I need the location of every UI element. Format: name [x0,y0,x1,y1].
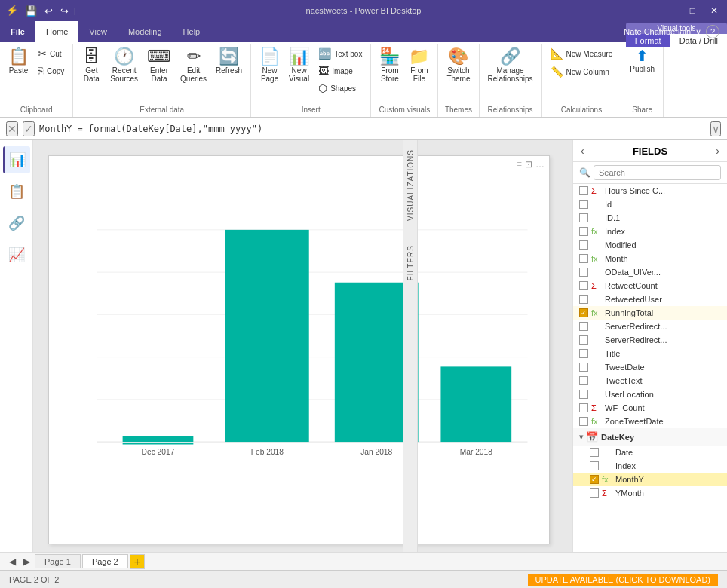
fields-panel-forward-button[interactable]: › [716,145,719,157]
formula-cancel-button[interactable]: ✕ [6,121,18,136]
recent-sources-button[interactable]: 🕐 Recent Sources [106,45,142,86]
field-tweet-date-checkbox[interactable] [579,363,588,372]
from-store-button[interactable]: 🏪 From Store [376,45,403,86]
restore-button[interactable]: □ [687,5,698,16]
field-date[interactable]: Date [573,446,727,459]
field-odata[interactable]: OData_UIVer... [573,265,727,279]
from-file-button[interactable]: 📁 From File [405,45,433,86]
tab-home[interactable]: Home [35,21,78,42]
page-tab-1[interactable]: Page 1 [35,554,81,568]
field-server-redirect2[interactable]: ServerRedirect... [573,333,727,347]
formula-expand-button[interactable]: ∨ [710,121,721,136]
close-button[interactable]: ✕ [707,5,721,16]
field-user-location-checkbox[interactable] [579,390,588,399]
tab-file[interactable]: File [0,21,35,42]
tab-modeling[interactable]: Modeling [118,21,173,42]
field-datekey-index-checkbox[interactable] [590,461,599,470]
minimize-button[interactable]: ─ [665,5,678,16]
page-prev-button[interactable]: ◀ [6,556,19,567]
field-title[interactable]: Title [573,347,727,360]
tab-help[interactable]: Help [173,21,211,42]
field-tweet-date[interactable]: TweetDate [573,360,727,374]
field-retweet-count-checkbox[interactable] [579,281,588,290]
field-user-location[interactable]: UserLocation [573,387,727,401]
manage-relationships-button[interactable]: 🔗 Manage Relationships [484,45,537,86]
datekey-group-header[interactable]: ▾ 📅 DateKey [573,428,727,446]
field-tweet-text[interactable]: TweetText [573,374,727,387]
field-modified-checkbox[interactable] [579,240,588,250]
refresh-button[interactable]: 🔄 Refresh [212,45,246,78]
page-tab-2[interactable]: Page 2 [82,554,128,568]
formula-input[interactable] [39,124,706,134]
get-data-button[interactable]: 🗄 Get Data [78,45,105,86]
field-odata-checkbox[interactable] [579,268,588,277]
field-title-checkbox[interactable] [579,349,588,358]
undo-button[interactable]: ↩ [42,5,55,17]
field-datekey-index[interactable]: Index [573,459,727,473]
edit-queries-button[interactable]: ✏ Edit Queries [176,45,210,86]
bar-mar-2018[interactable] [440,366,511,442]
copy-button[interactable]: ⎘ Copy [34,63,68,79]
new-measure-button[interactable]: 📐 New Measure [547,45,617,62]
page-next-button[interactable]: ▶ [20,556,33,567]
field-monthy[interactable]: ✓ fx MonthY [573,473,727,486]
chart-resize-button[interactable]: ⊡ [525,159,532,170]
field-id[interactable]: Id [573,198,727,211]
field-index-checkbox[interactable] [579,227,588,236]
field-zone-tweet-date-checkbox[interactable] [579,417,588,426]
field-hours-since-checkbox[interactable] [579,186,588,195]
bar-dec-2017[interactable] [123,436,194,442]
field-server-redirect1-checkbox[interactable] [579,322,588,331]
cut-button[interactable]: ✂ Cut [34,45,68,62]
paste-button[interactable]: 📋 Paste [5,45,32,78]
field-server-redirect1[interactable]: ServerRedirect... [573,320,727,333]
field-hours-since[interactable]: Σ Hours Since C... [573,184,727,198]
enter-data-button[interactable]: ⌨ Enter Data [143,45,175,86]
fields-panel-back-button[interactable]: ‹ [581,145,584,157]
field-id1[interactable]: ID.1 [573,211,727,225]
search-input[interactable] [594,165,721,180]
field-index[interactable]: fx Index [573,225,727,238]
field-server-redirect2-checkbox[interactable] [579,335,588,345]
field-id-checkbox[interactable] [579,200,588,209]
field-monthy-checkbox[interactable]: ✓ [590,475,599,484]
field-ymonth-checkbox[interactable] [590,488,599,498]
field-running-total[interactable]: ✓ fx RunningTotal [573,306,727,320]
chart-more-button[interactable]: … [535,159,544,170]
left-icon-analytics[interactable]: 📈 [3,241,30,268]
visualizations-tab[interactable]: VISUALIZATIONS [405,140,416,230]
user-chevron[interactable]: ∨ [695,27,701,37]
filters-tab[interactable]: FILTERS [405,236,416,289]
publish-button[interactable]: ⬆ Publish [626,45,658,76]
field-retweet-count[interactable]: Σ RetweetCount [573,279,727,292]
help-button[interactable]: ? [706,25,719,38]
formula-confirm-button[interactable]: ✓ [23,121,35,136]
field-zone-tweet-date[interactable]: fx ZoneTweetDate [573,415,727,428]
new-visual-button[interactable]: 📊 New Visual [285,45,313,86]
field-wf-count-checkbox[interactable] [579,403,588,412]
new-column-button[interactable]: 📏 New Column [547,63,613,80]
field-modified[interactable]: Modified [573,238,727,252]
left-icon-relationships[interactable]: 🔗 [3,210,30,237]
bar-feb-2018[interactable] [225,230,309,442]
field-id1-checkbox[interactable] [579,213,588,222]
image-button[interactable]: 🖼 Image [314,63,366,79]
field-month-checkbox[interactable] [579,254,588,263]
field-retweeted-user-checkbox[interactable] [579,295,588,304]
shapes-button[interactable]: ⬡ Shapes [314,80,366,96]
field-month[interactable]: fx Month [573,252,727,265]
field-tweet-text-checkbox[interactable] [579,376,588,385]
left-icon-data[interactable]: 📋 [3,178,30,205]
tab-view[interactable]: View [78,21,118,42]
field-wf-count[interactable]: Σ WF_Count [573,401,727,415]
field-retweeted-user[interactable]: RetweetedUser [573,292,727,306]
redo-button[interactable]: ↪ [58,5,71,17]
field-date-checkbox[interactable] [590,448,599,457]
switch-theme-button[interactable]: 🎨 Switch Theme [443,45,474,86]
save-button[interactable]: 💾 [23,5,39,17]
field-ymonth[interactable]: Σ YMonth [573,486,727,500]
new-page-button[interactable]: 📄 New Page [256,45,284,86]
add-page-button[interactable]: + [130,554,145,569]
field-running-total-checkbox[interactable]: ✓ [579,308,588,317]
left-icon-report[interactable]: 📊 [3,146,30,173]
